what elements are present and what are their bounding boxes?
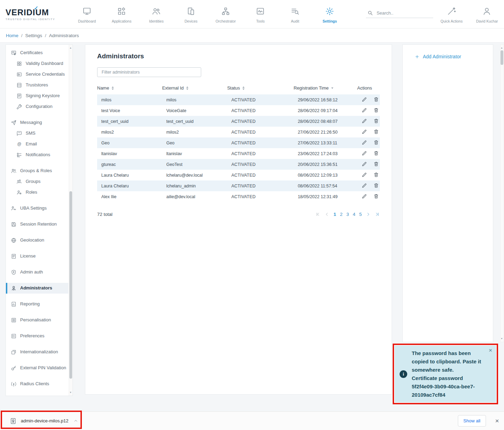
sidebar-item-external-pin-validation[interactable]: External PIN Validation — [6, 363, 68, 373]
breadcrumb-settings[interactable]: Settings — [25, 33, 42, 38]
sidebar-item-signing-keystore[interactable]: Signing Keystore — [6, 91, 68, 101]
edit-button[interactable] — [361, 161, 367, 167]
name-cell: milos — [97, 94, 162, 105]
license-icon — [11, 253, 17, 259]
sidebar-item-geolocation[interactable]: Geolocation — [6, 235, 68, 246]
show-all-downloads-button[interactable]: Show all — [458, 415, 486, 427]
nav-item-dashboard[interactable]: Dashboard — [70, 5, 104, 23]
sidebar-item-sms[interactable]: SMS — [6, 128, 68, 139]
sidebar-item-service-credentials[interactable]: Service Credentials — [6, 69, 68, 80]
sidebar-item-groups-roles[interactable]: Groups & Roles — [6, 166, 68, 176]
add-administrator-button[interactable]: Add Administrator — [415, 54, 493, 59]
name-cell: gtureac — [97, 159, 162, 170]
toast-close-icon[interactable]: × — [489, 347, 492, 353]
edit-button[interactable] — [361, 129, 367, 135]
sidebar-item-email[interactable]: @Email — [6, 139, 68, 150]
page-number-3[interactable]: 3 — [346, 212, 349, 217]
sidebar-item-label: Internationalization — [20, 349, 58, 355]
nav-item-orchestrator[interactable]: Orchestrator — [208, 5, 243, 23]
column-header-external-id[interactable]: External Id — [162, 83, 227, 94]
filter-administrators-input[interactable] — [97, 67, 201, 77]
edit-button[interactable] — [361, 150, 367, 156]
sidebar-item-uba-settings[interactable]: UBA Settings — [6, 203, 68, 214]
delete-button[interactable] — [373, 150, 379, 156]
delete-button[interactable] — [373, 96, 379, 102]
sidebar-item-messaging[interactable]: Messaging — [6, 117, 68, 128]
sidebar-item-admin-auth[interactable]: Admin auth — [6, 267, 68, 278]
downloaded-file-item[interactable]: admin-device-milos.p12 — [8, 415, 80, 427]
nav-item-audit[interactable]: Audit — [278, 5, 313, 23]
delete-button[interactable] — [373, 172, 379, 178]
sidebar-item-groups[interactable]: Groups — [6, 176, 68, 187]
actions-cell — [357, 116, 380, 127]
scroll-down-icon[interactable]: ▼ — [69, 390, 72, 395]
name-cell: test_cert_uuid — [97, 116, 162, 127]
nav-item-label: Identities — [149, 19, 164, 23]
sidebar-item-reporting[interactable]: Reporting — [6, 299, 68, 310]
last-page-button[interactable] — [375, 212, 380, 217]
column-header-name[interactable]: Name — [97, 83, 162, 94]
sidebar-scrollbar-thumb[interactable] — [69, 191, 72, 379]
first-page-button[interactable] — [315, 212, 321, 217]
sidebar-item-personalisation[interactable]: Personalisation — [6, 315, 68, 326]
status-cell: ACTIVATED — [227, 159, 294, 170]
delete-button[interactable] — [373, 118, 379, 124]
nav-item-identities[interactable]: Identities — [139, 5, 174, 23]
sidebar-item-label: Truststores — [26, 82, 48, 88]
next-page-button[interactable] — [366, 212, 371, 217]
column-header-registration-time[interactable]: Registration Time — [293, 83, 357, 94]
sidebar-item-configuration[interactable]: Configuration — [6, 101, 68, 112]
delete-button[interactable] — [373, 161, 379, 167]
column-header-status[interactable]: Status — [227, 83, 294, 94]
scroll-down-icon[interactable]: ▼ — [500, 336, 504, 341]
sidebar-item-administrators[interactable]: Administrators — [6, 283, 68, 294]
delete-button[interactable] — [373, 129, 379, 135]
page-number-4[interactable]: 4 — [353, 212, 356, 217]
panel-scrollbar-thumb[interactable] — [501, 50, 503, 65]
sidebar-item-session-retention[interactable]: Session Retention — [6, 219, 68, 230]
sidebar-item-roles[interactable]: Roles — [6, 187, 68, 198]
nav-item-devices[interactable]: Devices — [174, 5, 208, 23]
delete-button[interactable] — [373, 107, 379, 113]
sidebar-scrollbar[interactable]: ▲ ▼ — [69, 45, 72, 396]
edit-button[interactable] — [361, 107, 367, 113]
chevron-up-icon[interactable] — [73, 418, 78, 423]
sidebar-item-validity-dashboard[interactable]: Validity Dashboard — [6, 58, 68, 69]
page-number-2[interactable]: 2 — [340, 212, 343, 217]
edit-button[interactable] — [361, 183, 367, 188]
edit-button[interactable] — [361, 96, 367, 102]
sidebar-item-label: Certificates — [20, 50, 43, 56]
registration-time-cell: 28/06/2022 08:48:07 — [293, 116, 357, 127]
edit-button[interactable] — [361, 118, 367, 124]
search-input[interactable] — [377, 10, 429, 16]
sort-both-icon — [186, 86, 188, 90]
nav-item-tools[interactable]: Tools — [243, 5, 278, 23]
quick-actions-button[interactable]: Quick Actions — [435, 5, 469, 23]
panel-scrollbar[interactable]: ▲ ▼ — [500, 44, 504, 342]
edit-button[interactable] — [361, 172, 367, 178]
breadcrumb-home[interactable]: Home — [6, 33, 18, 38]
sidebar-item-radius-clients[interactable]: Radius Clients — [6, 379, 68, 389]
edit-button[interactable] — [361, 140, 367, 145]
edit-button[interactable] — [361, 193, 367, 199]
page-number-1[interactable]: 1 — [333, 212, 336, 217]
delete-button[interactable] — [373, 140, 379, 145]
delete-button[interactable] — [373, 193, 379, 199]
scroll-up-icon[interactable]: ▲ — [500, 45, 504, 50]
user-menu[interactable]: David Kuchar — [470, 5, 504, 23]
sidebar-item-certificates[interactable]: Certificates — [6, 48, 68, 58]
sidebar-item-notifications[interactable]: Notifications — [6, 150, 68, 160]
scroll-up-icon[interactable]: ▲ — [69, 45, 72, 50]
name-cell: milos2 — [97, 127, 162, 137]
page-number-5[interactable]: 5 — [359, 212, 362, 217]
veridium-logo[interactable]: VERIDIUM ✓ TRUSTED DIGITAL IDENTITY — [0, 8, 65, 21]
sidebar-item-truststores[interactable]: Truststores — [6, 80, 68, 91]
sidebar-item-internationalization[interactable]: Internationalization — [6, 347, 68, 357]
nav-item-settings[interactable]: Settings — [313, 5, 347, 23]
nav-item-applications[interactable]: Applications — [104, 5, 139, 23]
prev-page-button[interactable] — [324, 212, 330, 217]
delete-button[interactable] — [373, 183, 379, 188]
sidebar-item-preferences[interactable]: Preferences — [6, 331, 68, 342]
sidebar-item-license[interactable]: License — [6, 251, 68, 262]
download-bar-close-icon[interactable]: × — [492, 418, 502, 424]
